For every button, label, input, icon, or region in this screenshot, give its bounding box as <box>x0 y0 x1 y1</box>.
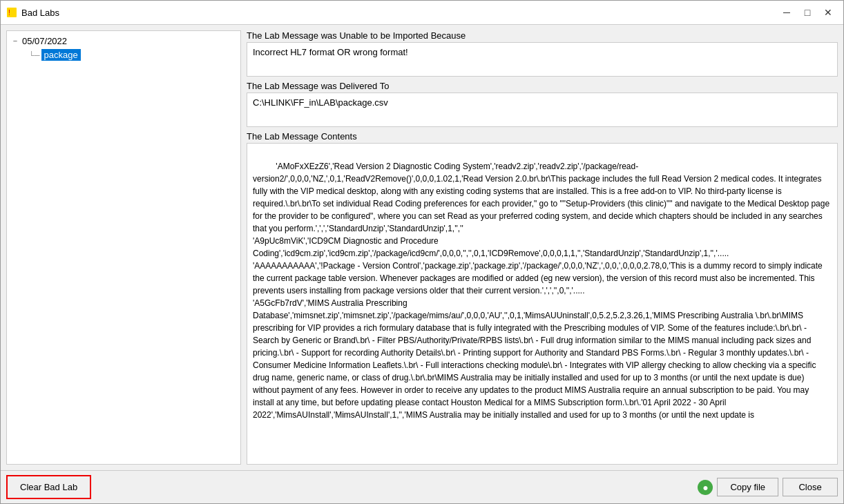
delivered-value-text: C:\HLINK\FF_in\LAB\package.csv <box>253 97 388 108</box>
main-content: − 05/07/2022 └─ package The Lab Message … <box>1 25 843 470</box>
bottom-bar: Clear Bad Lab ● Copy file Close <box>1 470 843 503</box>
delivered-section-label: The Lab Message was Delivered To <box>247 81 838 91</box>
tree-panel: − 05/07/2022 └─ package <box>6 30 241 465</box>
svg-text:!: ! <box>8 9 10 17</box>
tree-date-label: 05/07/2022 <box>22 36 67 46</box>
delivered-section: The Lab Message was Delivered To C:\HLIN… <box>247 81 838 127</box>
error-section: The Lab Message was Unable to be Importe… <box>247 30 838 77</box>
tree-date-row: − 05/07/2022 <box>10 34 238 48</box>
tree-child-row: └─ package <box>10 48 238 62</box>
minimize-button[interactable]: ─ <box>777 5 796 20</box>
right-panel: The Lab Message was Unable to be Importe… <box>247 30 838 465</box>
clear-bad-lab-button[interactable]: Clear Bad Lab <box>6 475 91 499</box>
tree-package-label[interactable]: package <box>41 49 81 61</box>
status-symbol: ● <box>702 482 708 493</box>
contents-section-label: The Lab Message Contents <box>247 131 838 142</box>
error-value-box: Incorrect HL7 format OR wrong format! <box>247 42 838 77</box>
title-bar: ! Bad Labs ─ □ ✕ <box>1 1 843 25</box>
contents-value-text: 'AMoFxXEzZ6','Read Version 2 Diagnostic … <box>253 162 832 420</box>
tree-expand-icon[interactable]: − <box>10 35 21 46</box>
bottom-right-area: ● Copy file Close <box>245 478 838 496</box>
window-title: Bad Labs <box>21 8 777 18</box>
close-window-button[interactable]: ✕ <box>818 5 838 20</box>
copy-file-button[interactable]: Copy file <box>717 478 778 496</box>
window-controls: ─ □ ✕ <box>777 5 838 20</box>
close-button[interactable]: Close <box>783 478 838 496</box>
error-section-label: The Lab Message was Unable to be Importe… <box>247 30 838 41</box>
tree-line-icon: └─ <box>29 51 40 59</box>
status-icon: ● <box>698 480 713 495</box>
main-window: ! Bad Labs ─ □ ✕ − 05/07/2022 └─ package <box>0 0 844 504</box>
contents-section: The Lab Message Contents 'AMoFxXEzZ6','R… <box>247 131 838 465</box>
delivered-value-box: C:\HLINK\FF_in\LAB\package.csv <box>247 93 838 127</box>
bottom-left-area: Clear Bad Lab <box>6 475 241 499</box>
error-value-text: Incorrect HL7 format OR wrong format! <box>253 47 408 57</box>
app-icon: ! <box>6 7 17 18</box>
maximize-button[interactable]: □ <box>798 5 817 20</box>
contents-value-box[interactable]: 'AMoFxXEzZ6','Read Version 2 Diagnostic … <box>247 143 838 465</box>
